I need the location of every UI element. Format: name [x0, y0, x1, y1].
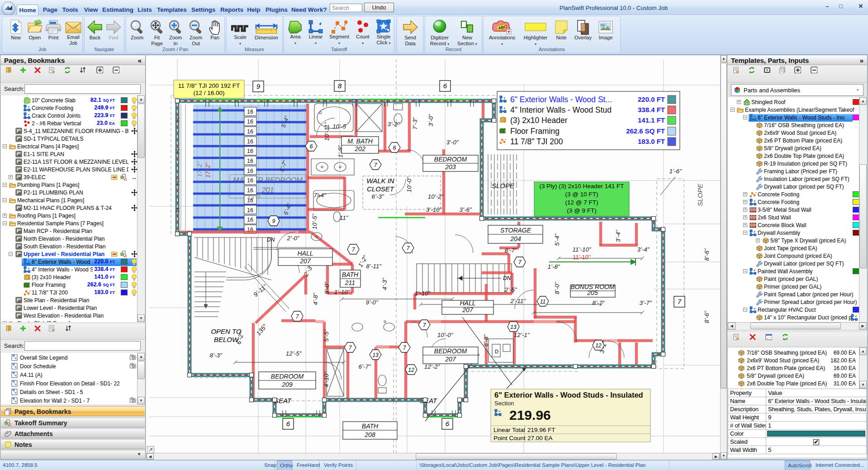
svg-text:13: 13: [510, 324, 517, 330]
svg-text:207: 207: [462, 306, 474, 313]
svg-text:DN: DN: [503, 275, 511, 281]
svg-text:10’-0”: 10’-0”: [437, 332, 453, 338]
svg-text:9’-0”: 9’-0”: [365, 299, 378, 306]
svg-text:6: 6: [446, 420, 450, 427]
svg-text:8’-6”: 8’-6”: [703, 311, 710, 323]
svg-text:5’-5”: 5’-5”: [323, 329, 330, 342]
svg-text:12: 12: [408, 367, 414, 373]
svg-text:207: 207: [299, 257, 311, 265]
svg-text:3’-6”: 3’-6”: [459, 206, 472, 213]
svg-text:8’-7”: 8’-7”: [504, 247, 517, 254]
svg-text:5’-4”: 5’-4”: [554, 233, 560, 246]
svg-text:1’-8”: 1’-8”: [547, 263, 560, 270]
svg-text:D: D: [495, 349, 498, 354]
svg-text:16: 16: [247, 177, 253, 184]
svg-text:219.96 FT: 219.96 FT: [527, 427, 555, 433]
svg-text:(12 / 16.00): (12 / 16.00): [193, 90, 224, 96]
svg-text:CLOSET: CLOSET: [367, 185, 395, 193]
svg-text:10’-5: 10’-5: [332, 123, 346, 130]
svg-text:11: 11: [540, 299, 545, 305]
svg-text:208: 208: [364, 431, 375, 438]
svg-text:Floor Framing: Floor Framing: [510, 127, 560, 136]
svg-text:Section: Section: [494, 400, 514, 407]
svg-text:16: 16: [247, 187, 253, 194]
svg-text:10’-11”: 10’-11”: [323, 122, 330, 141]
svg-text:8’-6”: 8’-6”: [703, 248, 710, 261]
svg-text:202: 202: [354, 145, 365, 152]
svg-text:8’-3”: 8’-3”: [209, 352, 222, 359]
svg-text:Point Count: Point Count: [493, 435, 526, 442]
svg-text:12’-1”: 12’-1”: [514, 332, 530, 338]
svg-text:DN: DN: [267, 237, 275, 243]
svg-text:3’-10”: 3’-10”: [426, 206, 442, 213]
svg-text:135°: 135°: [255, 323, 269, 337]
svg-text:BATH: BATH: [342, 271, 359, 278]
svg-text:3’-4”: 3’-4”: [615, 230, 621, 242]
svg-text:11”: 11”: [340, 214, 348, 221]
svg-text:6’-3”: 6’-3”: [371, 193, 384, 200]
svg-text:SLOPE: SLOPE: [696, 183, 704, 206]
svg-text:HALL: HALL: [297, 250, 313, 257]
svg-text:7’-3”: 7’-3”: [412, 117, 418, 130]
svg-text:183.0 FT: 183.0 FT: [638, 138, 665, 145]
svg-text:2’-0”: 2’-0”: [286, 235, 299, 242]
svg-text:OPEN TO: OPEN TO: [211, 328, 242, 335]
svg-text:27.00 EA: 27.00 EA: [527, 435, 553, 442]
svg-text:219.96: 219.96: [509, 408, 551, 423]
svg-text:3’-7”: 3’-7”: [639, 299, 652, 306]
svg-text:16: 16: [247, 158, 253, 164]
svg-text:7’-4”: 7’-4”: [313, 192, 326, 199]
svg-text:SEAT: SEAT: [420, 397, 438, 404]
svg-text:(12 @ 7 FT): (12 @ 7 FT): [565, 199, 598, 206]
svg-text:6: 6: [286, 420, 290, 427]
svg-text:3’-0”: 3’-0”: [427, 114, 434, 127]
svg-text:8’-7”: 8’-7”: [592, 299, 605, 306]
svg-text:8’-11”: 8’-11”: [366, 263, 381, 270]
svg-text:141.1 FT: 141.1 FT: [638, 116, 665, 124]
svg-text:10’-2”: 10’-2”: [428, 193, 444, 200]
svg-text:8: 8: [338, 82, 342, 90]
svg-text:11 7/8" TJI 200 192 FT: 11 7/8" TJI 200 192 FT: [178, 82, 240, 89]
svg-text:4’-3”: 4’-3”: [381, 278, 388, 290]
svg-text:9: 9: [256, 82, 261, 90]
svg-text:WALK IN: WALK IN: [366, 177, 394, 185]
svg-text:2’-11”: 2’-11”: [510, 298, 526, 304]
svg-text:3’-0”: 3’-0”: [446, 139, 459, 146]
svg-text:6: 6: [310, 143, 313, 150]
svg-text:8’-0”: 8’-0”: [323, 282, 330, 294]
svg-text:4’-10”: 4’-10”: [323, 371, 330, 387]
svg-text:(3 Ply) (3) 2x10 Header 141 FT: (3 Ply) (3) 2x10 Header 141 FT: [540, 183, 624, 190]
svg-text:16: 16: [247, 138, 253, 145]
svg-text:4" Interior Walls - Wood Stud: 4" Interior Walls - Wood Stud: [510, 105, 612, 114]
svg-text:6" Exterior Walls - Wood St...: 6" Exterior Walls - Wood St...: [510, 95, 612, 104]
svg-text:11’-10”: 11’-10”: [572, 246, 591, 253]
svg-text:10’-5”: 10’-5”: [311, 214, 318, 229]
svg-text:6" Exterior Walls - Wood Studs: 6" Exterior Walls - Wood Studs - Insulat…: [494, 391, 643, 399]
svg-text:9: 9: [272, 218, 275, 224]
svg-text:6’-7”: 6’-7”: [358, 363, 371, 370]
svg-text:17’-2”: 17’-2”: [204, 162, 211, 178]
svg-text:Linear Total: Linear Total: [493, 427, 525, 433]
svg-text:STORAGE: STORAGE: [500, 227, 531, 234]
svg-text:4’-8”: 4’-8”: [312, 293, 319, 305]
svg-text:8’-0”: 8’-0”: [554, 282, 560, 294]
svg-text:7: 7: [678, 298, 682, 305]
svg-text:(3 @ 10 FT): (3 @ 10 FT): [565, 191, 598, 198]
svg-text:203: 203: [445, 163, 456, 171]
svg-text:12’-5”: 12’-5”: [286, 350, 302, 357]
svg-text:BEDROOM: BEDROOM: [271, 373, 304, 380]
svg-text:BEDROOM: BEDROOM: [434, 156, 467, 163]
svg-text:262.6 SQ FT: 262.6 SQ FT: [626, 127, 665, 135]
svg-text:1’-10”: 1’-10”: [334, 289, 350, 295]
svg-text:11 7/8" TJI 200: 11 7/8" TJI 200: [510, 137, 563, 146]
svg-text:9’-11”: 9’-11”: [252, 283, 268, 298]
svg-text:205: 205: [587, 289, 598, 296]
svg-text:211: 211: [345, 279, 355, 286]
svg-text:BELOW: BELOW: [214, 336, 239, 343]
svg-text:(3) 2x10 Header: (3) 2x10 Header: [510, 116, 568, 125]
svg-text:16: 16: [247, 109, 253, 115]
svg-text:10’-0”: 10’-0”: [406, 176, 413, 192]
svg-text:1’-6”: 1’-6”: [669, 168, 682, 175]
svg-text:3’-2”: 3’-2”: [387, 121, 400, 128]
svg-text:(3 @ 9 FT): (3 @ 9 FT): [567, 207, 596, 214]
